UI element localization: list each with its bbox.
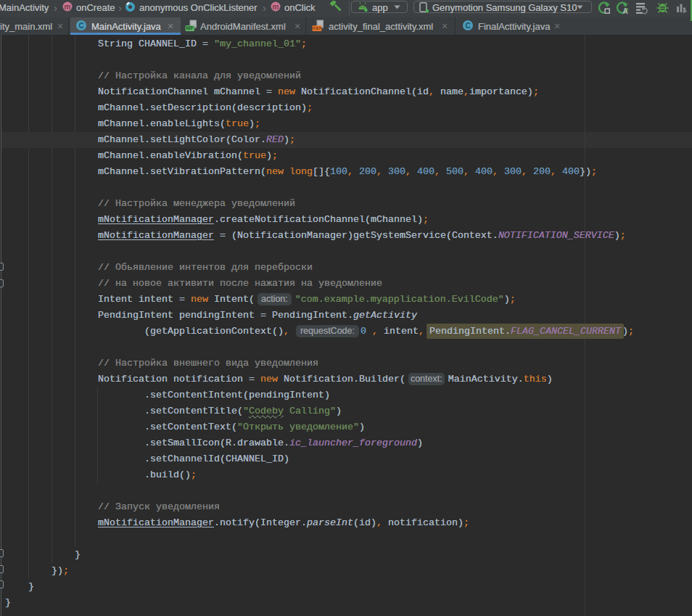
svg-text:m: m bbox=[65, 3, 71, 11]
svg-text:MF: MF bbox=[186, 25, 194, 31]
svg-text:<x>: <x> bbox=[313, 25, 322, 31]
svg-text:A: A bbox=[623, 7, 628, 15]
svg-text:C: C bbox=[465, 22, 470, 30]
svg-text:m: m bbox=[273, 3, 279, 11]
svg-text:C: C bbox=[78, 22, 83, 30]
